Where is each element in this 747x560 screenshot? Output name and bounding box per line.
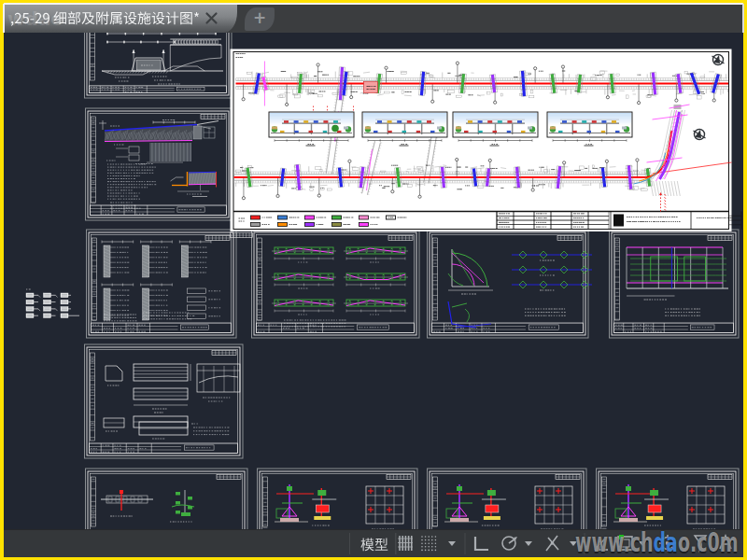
window-inner-edge-left: [3, 4, 5, 33]
drawing-tab-title: ,25-29 细部及附属设施设计图*: [5, 5, 6, 6]
sheet-signal-detail-1: [86, 469, 248, 529]
window-inner-edge-top: [4, 3, 743, 5]
isometric-drafting-icon[interactable]: [595, 539, 608, 550]
drawing-tab-bar: ,25-29 细部及附属设施设计图* +: [4, 5, 743, 33]
sheet-wall-grid: [610, 230, 740, 338]
workspace-icon[interactable]: [659, 535, 676, 552]
tab-close-icon[interactable]: [204, 11, 218, 25]
object-snap-tracking-icon[interactable]: [546, 536, 558, 551]
clean-screen-icon[interactable]: [695, 536, 706, 551]
dropdown-arrow-icon[interactable]: [525, 541, 532, 546]
sheet-pavement-structure: [87, 230, 237, 338]
model-space-canvas[interactable]: [4, 32, 743, 529]
sheet-beam-details: [252, 230, 420, 338]
window-inner-edge-right: [742, 4, 744, 33]
cad-drawing: [4, 32, 743, 529]
cad-application-window: ,25-29 细部及附属设施设计图* + 模型 wdao www: [0, 0, 747, 560]
sheet-signal-detail-4: [597, 469, 740, 529]
sheet-signal-detail-3: [428, 469, 587, 529]
sheet-road-cross-section: [85, 32, 233, 98]
model-tab-button[interactable]: 模型: [353, 530, 394, 557]
dropdown-arrow-icon[interactable]: [448, 541, 456, 546]
sheet-curb-details: [85, 344, 244, 458]
grid-display-icon[interactable]: [398, 536, 413, 551]
sheet-signal-detail-2: [258, 469, 418, 529]
polar-tracking-icon[interactable]: [502, 537, 517, 550]
floating-legend-blocks: [26, 289, 79, 318]
customization-icon[interactable]: [720, 536, 731, 549]
snap-mode-icon[interactable]: [421, 536, 436, 551]
sheet-embankment-detail: [86, 108, 233, 220]
overlay-plan-sheet: [231, 49, 744, 232]
status-bar: 模型: [4, 529, 743, 557]
drawing-tab-title-glyphs: [8, 7, 229, 29]
status-separator: [349, 533, 350, 554]
dropdown-arrow-icon[interactable]: [639, 541, 646, 546]
new-tab-button[interactable]: +: [245, 7, 275, 31]
annotation-visibility-icon[interactable]: [618, 535, 632, 550]
new-tab-plus-icon: +: [245, 7, 275, 29]
dropdown-arrow-icon[interactable]: [570, 541, 577, 546]
sheet-fan-detail: [428, 230, 593, 338]
ortho-mode-icon[interactable]: [475, 537, 488, 550]
status-bar-toolbar: [396, 530, 747, 557]
model-tab-label: 模型: [353, 530, 354, 531]
hidden-sheet-mini-table: [231, 233, 253, 238]
model-tab-glyphs: [359, 537, 391, 553]
drawing-tab-active[interactable]: ,25-29 细部及附属设施设计图*: [5, 5, 237, 33]
